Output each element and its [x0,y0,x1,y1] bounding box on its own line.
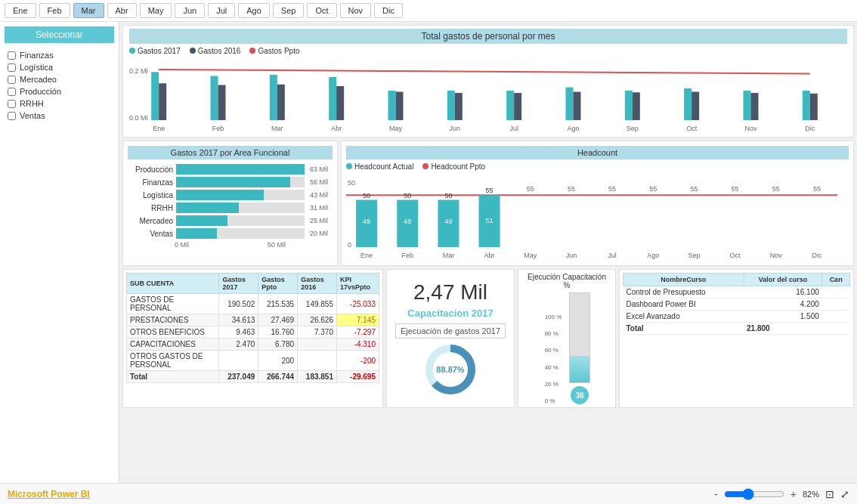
svg-text:Jul: Jul [509,125,518,132]
gauge-bar-outer [569,292,590,383]
svg-rect-25 [633,92,640,120]
col-can: Can [822,274,850,286]
svg-text:Oct: Oct [730,252,741,259]
kpi-panel: 2,47 Mil Capacitacion 2017 Ejecuación de… [386,269,515,408]
month-btn-jun[interactable]: Jun [175,3,205,18]
svg-rect-27 [684,88,691,120]
svg-rect-34 [810,94,818,120]
svg-rect-31 [751,93,759,120]
month-btn-feb[interactable]: Feb [39,3,70,18]
svg-rect-33 [803,91,810,120]
gauge-panel: Ejecución Capacitación % 100 % 80 % 60 %… [518,269,616,408]
gauge-tick-labels: 100 % 80 % 60 % 40 % 20 % 0 % [543,314,564,404]
sidebar: Seleccionar FinanzasLogísticaMercadeoPro… [0,22,119,483]
svg-text:Jun: Jun [566,252,577,259]
month-btn-nov[interactable]: Nov [340,3,372,18]
svg-text:Jul: Jul [608,252,617,259]
svg-text:Abr: Abr [331,125,342,132]
col-gastosppto: Gastos Ppto [258,274,298,294]
gauge-title: Ejecución Capacitación % [524,273,609,289]
svg-text:May: May [524,252,537,259]
svg-rect-6 [270,75,277,120]
month-btn-ene[interactable]: Ene [5,3,36,18]
month-btn-ago[interactable]: Ago [238,3,270,18]
hbar-row-mercadeo: Mercadeo25 Mil [128,215,333,226]
svg-text:Nov: Nov [770,252,783,259]
month-btn-mar[interactable]: Mar [73,3,104,18]
hbar-row-rrhh: RRHH31 Mil [128,203,333,213]
svg-text:0.2 Mi: 0.2 Mi [129,67,148,75]
svg-rect-7 [277,85,285,120]
gauge-dot-value: 36 [571,386,589,404]
col-kpi: KPI 17vsPpto [336,274,379,294]
zoom-plus-button[interactable]: + [790,488,797,500]
svg-rect-15 [447,91,455,120]
svg-text:50: 50 [404,192,411,199]
col-subcuenta: SUB CUENTA [127,274,219,294]
svg-rect-19 [514,93,521,120]
svg-rect-18 [506,91,514,120]
svg-text:Feb: Feb [401,252,413,259]
gastos-chart-panel: Total gastos de personal por mes Gastos … [122,25,854,138]
fit-screen-icon[interactable]: ⊡ [825,488,834,500]
sidebar-item-logística[interactable]: Logística [5,61,114,73]
svg-text:49: 49 [444,218,452,225]
kpi-label: Capacitacion 2017 [407,308,493,319]
hbar-row-producción: Producción63 Mil [128,164,333,175]
gastos-area-title: Gastos 2017 por Area Funcional [128,146,333,159]
course-row: Control de Presupuesto16.100 [623,286,850,298]
sidebar-item-ventas[interactable]: Ventas [5,110,114,122]
svg-text:55: 55 [608,185,616,193]
table-row: OTROS BENEFICIOS9.46316.7607.370-7.297 [127,326,379,339]
month-btn-sep[interactable]: Sep [273,3,305,18]
data-table-panel: SUB CUENTA Gastos 2017 Gastos Ppto Gasto… [122,269,383,408]
hbar-row-finanzas: Finanzas56 Mil [128,177,333,187]
svg-text:0.0 Mi: 0.0 Mi [129,114,148,122]
courses-table: NombreCurso Valor del curso Can Control … [623,273,850,335]
svg-text:Sep: Sep [688,252,700,259]
svg-text:49: 49 [404,218,411,225]
col-gastos2017: Gastos 2017 [219,274,258,294]
month-btn-abr[interactable]: Abr [107,3,137,18]
svg-text:May: May [389,125,403,132]
gastos-area-panel: Gastos 2017 por Area Funcional Producció… [122,141,338,266]
gauge-bar-wrap: 36 [569,292,590,404]
svg-text:Oct: Oct [686,125,698,132]
chart1-legend: Gastos 2017 Gastos 2016 Gastos Ppto [129,47,847,55]
month-btn-jul[interactable]: Jul [208,3,235,18]
table-row: OTROS GASTOS DE PERSONAL200-200 [127,351,379,371]
gauge-area: 100 % 80 % 60 % 40 % 20 % 0 % 36 [543,292,591,404]
svg-text:0: 0 [348,241,351,249]
course-row: Excel Avanzado1.500 [623,311,850,323]
svg-rect-3 [211,76,218,121]
svg-text:50: 50 [444,192,452,199]
svg-text:55: 55 [568,185,575,193]
svg-text:Dic: Dic [805,125,815,132]
svg-text:Nov: Nov [744,125,757,132]
svg-rect-13 [396,92,404,121]
month-btn-oct[interactable]: Oct [307,3,336,18]
footer-controls: - + 82% ⊡ ⤢ [714,488,849,500]
sidebar-item-rrhh[interactable]: RRHH [5,97,114,110]
sidebar-item-mercadeo[interactable]: Mercadeo [5,73,114,85]
headcount-title: Headcount [346,146,849,159]
brand-link[interactable]: Microsoft Power BI [8,489,90,499]
svg-rect-0 [151,72,159,120]
zoom-minus-button[interactable]: - [714,488,718,500]
month-btn-may[interactable]: May [140,3,172,18]
donut-label: 88.87% [436,365,464,374]
col-nombre-curso: NombreCurso [623,274,744,286]
sidebar-item-producción[interactable]: Producción [5,85,114,97]
donut-chart: 88.87% [424,343,477,396]
month-btn-dic[interactable]: Dic [374,3,403,18]
svg-text:50: 50 [348,179,355,187]
table-row: CAPACITACIONES2.4706.780-4.310 [127,339,379,351]
svg-text:Ene: Ene [153,125,165,132]
svg-text:55: 55 [527,185,534,193]
svg-text:55: 55 [813,185,821,193]
gastos-chart-title: Total gastos de personal por mes [129,29,847,44]
svg-text:49: 49 [363,218,370,225]
fullscreen-icon[interactable]: ⤢ [840,488,849,500]
sidebar-item-finanzas[interactable]: Finanzas [5,49,114,61]
zoom-slider[interactable] [724,488,784,500]
